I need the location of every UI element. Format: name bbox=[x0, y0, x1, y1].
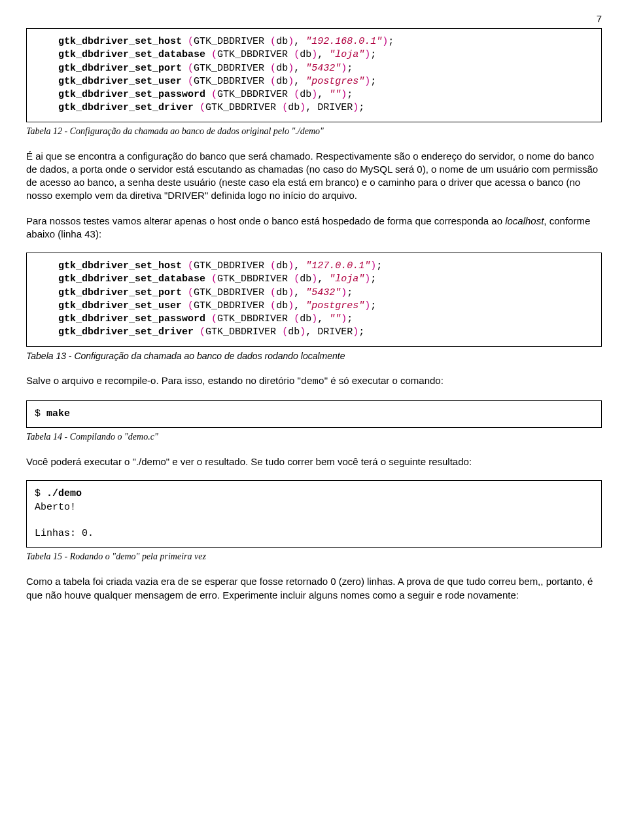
code-token: GTK_DBDRIVER bbox=[194, 76, 270, 87]
paren-icon: ( bbox=[188, 63, 194, 74]
paren-icon: ( bbox=[188, 260, 194, 271]
code-string: "loja" bbox=[329, 49, 364, 60]
paren-icon: ( bbox=[294, 49, 300, 60]
paren-icon: ( bbox=[188, 76, 194, 87]
paren-icon: ) bbox=[311, 89, 317, 100]
paren-icon: ( bbox=[282, 102, 288, 113]
code-token: gtk_dbdriver_set_driver bbox=[58, 102, 194, 113]
code-token: gtk_dbdriver_set_driver bbox=[58, 326, 194, 338]
paren-icon: ( bbox=[211, 89, 217, 100]
code-string: "5432" bbox=[305, 63, 341, 74]
code-token: gtk_dbdriver_set_port bbox=[58, 63, 182, 74]
code-token: DRIVER bbox=[317, 102, 353, 113]
shell-prompt: $ bbox=[35, 488, 46, 499]
text: Para nossos testes vamos alterar apenas … bbox=[26, 215, 505, 226]
code-token: db bbox=[276, 36, 288, 47]
paren-icon: ) bbox=[288, 300, 294, 311]
code-token: GTK_DBDRIVER bbox=[217, 313, 294, 324]
paren-icon: ) bbox=[341, 63, 347, 74]
code-string: "postgres" bbox=[305, 300, 364, 311]
code-token: gtk_dbdriver_set_host bbox=[58, 36, 182, 47]
paren-icon: ) bbox=[288, 260, 294, 271]
paren-icon: ) bbox=[311, 49, 317, 60]
code-token: GTK_DBDRIVER bbox=[217, 49, 294, 60]
paragraph: É ai que se encontra a configuração do b… bbox=[26, 150, 602, 203]
paren-icon: ( bbox=[200, 102, 205, 113]
code-token: DRIVER bbox=[317, 326, 353, 338]
code-token: GTK_DBDRIVER bbox=[194, 63, 270, 74]
code-token: GTK_DBDRIVER bbox=[194, 300, 270, 311]
paren-icon: ( bbox=[270, 287, 276, 298]
code-token: GTK_DBDRIVER bbox=[205, 102, 282, 113]
paren-icon: ) bbox=[311, 313, 317, 324]
paren-icon: ( bbox=[270, 300, 276, 311]
code-token: db bbox=[288, 326, 300, 338]
paren-icon: ( bbox=[270, 260, 276, 271]
paren-icon: ( bbox=[294, 313, 300, 324]
paragraph: Como a tabela foi criada vazia era de se… bbox=[26, 575, 602, 602]
code-token: gtk_dbdriver_set_port bbox=[58, 287, 182, 298]
code-token: gtk_dbdriver_set_database bbox=[58, 273, 205, 285]
code-token: gtk_dbdriver_set_user bbox=[58, 76, 182, 87]
paragraph: Para nossos testes vamos alterar apenas … bbox=[26, 215, 602, 241]
paragraph: Salve o arquivo e recompile-o. Para isso… bbox=[26, 374, 602, 389]
paren-icon: ( bbox=[270, 36, 276, 47]
paren-icon: ) bbox=[353, 326, 358, 338]
paren-icon: ) bbox=[382, 36, 388, 47]
paren-icon: ) bbox=[288, 287, 294, 298]
paren-icon: ) bbox=[288, 36, 294, 47]
paren-icon: ) bbox=[370, 260, 376, 271]
paren-icon: ) bbox=[288, 63, 294, 74]
paren-icon: ( bbox=[270, 63, 276, 74]
code-block-2: gtk_dbdriver_set_host (GTK_DBDRIVER (db)… bbox=[26, 253, 602, 347]
paren-icon: ) bbox=[364, 273, 370, 285]
paren-icon: ( bbox=[188, 36, 194, 47]
paren-icon: ) bbox=[364, 300, 370, 311]
code-token: db bbox=[276, 260, 288, 271]
shell-command: make bbox=[46, 408, 70, 419]
code-token: gtk_dbdriver_set_host bbox=[58, 260, 182, 271]
code-token: db bbox=[276, 76, 288, 87]
code-token: GTK_DBDRIVER bbox=[194, 287, 270, 298]
code-string: "postgres" bbox=[305, 76, 364, 87]
paren-icon: ( bbox=[188, 300, 194, 311]
shell-output: Aberto! bbox=[35, 502, 76, 513]
paren-icon: ) bbox=[364, 49, 370, 60]
paren-icon: ) bbox=[288, 76, 294, 87]
table-caption-14: Tabela 14 - Compilando o "demo.c" bbox=[26, 432, 602, 442]
shell-output: Linhas: 0. bbox=[35, 528, 94, 539]
code-token: GTK_DBDRIVER bbox=[194, 36, 270, 47]
paren-icon: ( bbox=[282, 326, 288, 338]
shell-prompt: $ bbox=[35, 408, 46, 419]
paren-icon: ( bbox=[188, 287, 194, 298]
code-token: db bbox=[288, 102, 300, 113]
code-token: GTK_DBDRIVER bbox=[205, 326, 282, 338]
paren-icon: ) bbox=[364, 76, 370, 87]
table-caption-15: Tabela 15 - Rodando o "demo" pela primei… bbox=[26, 551, 602, 562]
code-token: GTK_DBDRIVER bbox=[217, 89, 294, 100]
code-token: db bbox=[300, 313, 311, 324]
code-token: gtk_dbdriver_set_password bbox=[58, 89, 205, 100]
code-token: db bbox=[276, 63, 288, 74]
code-token: gtk_dbdriver_set_password bbox=[58, 313, 205, 324]
code-string: "192.168.0.1" bbox=[305, 36, 382, 47]
table-caption-13: Tabela 13 - Configuração da chamada ao b… bbox=[26, 351, 602, 361]
code-token: db bbox=[300, 49, 311, 60]
code-token: GTK_DBDRIVER bbox=[217, 273, 294, 285]
paren-icon: ( bbox=[211, 49, 217, 60]
paren-icon: ( bbox=[294, 273, 300, 285]
code-token: db bbox=[300, 273, 311, 285]
text: " é só executar o comando: bbox=[324, 375, 444, 386]
code-block-3: $ make bbox=[26, 400, 602, 428]
code-block-1: gtk_dbdriver_set_host (GTK_DBDRIVER (db)… bbox=[26, 28, 602, 122]
page-number: 7 bbox=[26, 13, 602, 24]
paren-icon: ) bbox=[311, 273, 317, 285]
code-block-4: $ ./demo Aberto! Linhas: 0. bbox=[26, 480, 602, 548]
paren-icon: ) bbox=[300, 326, 305, 338]
code-string: "127.0.0.1" bbox=[305, 260, 370, 271]
paren-icon: ) bbox=[300, 102, 305, 113]
table-caption-12: Tabela 12 - Configuração da chamada ao b… bbox=[26, 126, 602, 137]
paren-icon: ) bbox=[341, 313, 347, 324]
code-string: "" bbox=[329, 313, 341, 324]
code-token: gtk_dbdriver_set_user bbox=[58, 300, 182, 311]
